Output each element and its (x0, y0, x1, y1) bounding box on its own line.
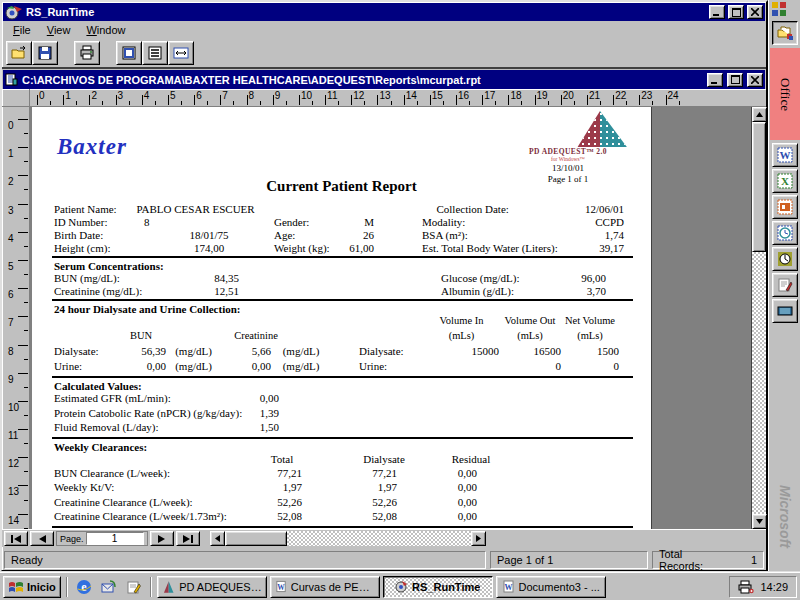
office-logo-icon[interactable] (772, 2, 786, 16)
status-bar: Ready Page 1 of 1 Total Records: 1 (2, 547, 766, 571)
view-width-button[interactable] (168, 41, 194, 65)
urine-net-volume: 0 (561, 360, 619, 372)
menu-window[interactable]: Window (79, 22, 132, 38)
scroll-up-icon[interactable] (752, 107, 767, 122)
channels-icon[interactable] (123, 576, 145, 598)
table-row: Creatinine Clearance (L/week/1.73m²):52,… (32, 510, 651, 525)
doc-close-button[interactable] (747, 73, 763, 87)
total-body-water: 39,17 (584, 242, 651, 254)
report-date: 13/10/01 (513, 163, 623, 173)
svg-text:W: W (504, 583, 512, 592)
keyboard-icon[interactable] (772, 299, 798, 323)
microsoft-brand: Microsoft (777, 485, 793, 548)
vertical-scrollbar-thumb[interactable] (752, 122, 766, 252)
dialysate-volume-out: 16500 (499, 345, 561, 357)
office-bar-label-strip: Office (770, 48, 800, 140)
ruler-mark: 2 (89, 89, 115, 106)
minimize-button[interactable] (709, 5, 725, 19)
serum-heading: Serum Concentrations: (32, 259, 651, 272)
patient-name: PABLO CESAR ESCUER (136, 203, 388, 215)
ruler-mark: 11 (2, 429, 29, 457)
scroll-down-icon[interactable] (752, 514, 767, 529)
weekly-heading: Weekly Clearances: (32, 440, 651, 453)
serum-section: BUN (mg/dL):84,35Glucose (mg/dL):96,00 C… (32, 272, 651, 298)
horizontal-scrollbar[interactable] (210, 531, 486, 546)
office-toolbar-button[interactable] (772, 21, 798, 45)
internet-explorer-icon[interactable]: e (73, 576, 95, 598)
menubar: File View Window (2, 21, 766, 39)
word-icon[interactable]: W (772, 143, 798, 167)
baxter-logo: Baxter (57, 134, 127, 160)
gender: M (334, 216, 374, 228)
page-navigation-bar: Page. (2, 529, 766, 547)
schedule-icon[interactable] (772, 247, 798, 271)
ruler-mark: 7 (220, 89, 246, 106)
taskbar: Inicio e PD ADEQUEST... W Curvas de PET … (0, 572, 800, 600)
ruler-mark: 4 (2, 232, 29, 260)
task-pd-adequest[interactable]: PD ADEQUEST... (157, 576, 267, 598)
doc-maximize-button[interactable] (727, 73, 743, 87)
document-icon (5, 73, 18, 86)
powerpoint-icon[interactable] (772, 195, 798, 219)
horizontal-scrollbar-thumb[interactable] (225, 531, 287, 546)
view-single-page-button[interactable] (116, 41, 142, 65)
scroll-left-icon[interactable] (210, 531, 225, 546)
vertical-scrollbar-track[interactable] (752, 252, 766, 514)
next-page-button[interactable] (150, 531, 174, 546)
first-page-button[interactable] (4, 531, 28, 546)
horizontal-scrollbar-track[interactable] (287, 531, 471, 546)
horizontal-ruler-scale: 0123456789101112131415161718192021222324 (30, 89, 766, 106)
start-button[interactable]: Inicio (3, 576, 61, 598)
table-row: Estimated GFR (mL/min):0,00 (32, 392, 651, 407)
svg-text:W: W (779, 149, 790, 161)
last-page-button[interactable] (176, 531, 200, 546)
document-title: C:\ARCHIVOS DE PROGRAMA\BAXTER HEALTHCAR… (22, 74, 703, 86)
adequest-logo-name: PD ADEQUEST™ 2.0 (513, 147, 623, 156)
height: 174,00 (144, 242, 274, 254)
ruler-mark: 7 (2, 316, 29, 344)
maximize-button[interactable] (728, 5, 744, 19)
menu-view[interactable]: View (40, 22, 78, 38)
task-curvas-de-pet[interactable]: W Curvas de PET -... (270, 576, 380, 598)
print-button[interactable] (74, 41, 100, 65)
view-full-page-button[interactable] (142, 41, 168, 65)
excel-icon[interactable]: X (772, 169, 798, 193)
app-title: RS_RunTime (26, 6, 706, 18)
journal-icon[interactable] (772, 273, 798, 297)
ruler-mark: 0 (2, 119, 29, 147)
weekly-clearances-table: BUN Clearance (L/week):77,2177,210,00 We… (32, 467, 651, 525)
svg-text:X: X (781, 175, 789, 187)
task-rs-runtime[interactable]: RS_RunTime (383, 576, 493, 598)
ruler-mark: 19 (535, 89, 561, 106)
office-bar-label: Office (777, 78, 793, 111)
outlook-icon[interactable] (772, 221, 798, 245)
section-divider (52, 437, 633, 439)
ruler-mark: 11 (325, 89, 351, 106)
close-button[interactable] (747, 5, 763, 19)
ruler-mark: 13 (377, 89, 403, 106)
save-button[interactable] (32, 41, 58, 65)
document-titlebar: C:\ARCHIVOS DE PROGRAMA\BAXTER HEALTHCAR… (2, 69, 766, 89)
ruler-mark: 18 (508, 89, 534, 106)
section-divider (52, 376, 633, 378)
scroll-right-icon[interactable] (471, 531, 486, 546)
ruler-mark: 3 (116, 89, 142, 106)
printer-tray-icon[interactable] (738, 580, 754, 594)
table-row: Creatinine Clearance (L/week):52,2652,26… (32, 496, 651, 511)
adequest-triangle-icon (536, 111, 600, 147)
task-documento3[interactable]: W Documento3 - ... (496, 576, 606, 598)
vertical-scrollbar[interactable] (751, 107, 766, 529)
birth-date: 18/01/75 (144, 229, 274, 241)
open-button[interactable] (6, 41, 32, 65)
menu-file[interactable]: File (6, 22, 38, 38)
office-shortcut-bar: Office W X Microsoft (768, 0, 800, 572)
calculated-heading: Calculated Values: (32, 379, 651, 392)
ruler-mark: 13 (2, 485, 29, 513)
word-document-icon: W (275, 580, 287, 593)
outlook-express-icon[interactable] (98, 576, 120, 598)
page-number-input[interactable] (86, 532, 144, 545)
table-row: BUN Clearance (L/week):77,2177,210,00 (32, 467, 651, 482)
previous-page-button[interactable] (30, 531, 54, 546)
toolbar (2, 39, 766, 67)
doc-minimize-button[interactable] (707, 73, 723, 87)
